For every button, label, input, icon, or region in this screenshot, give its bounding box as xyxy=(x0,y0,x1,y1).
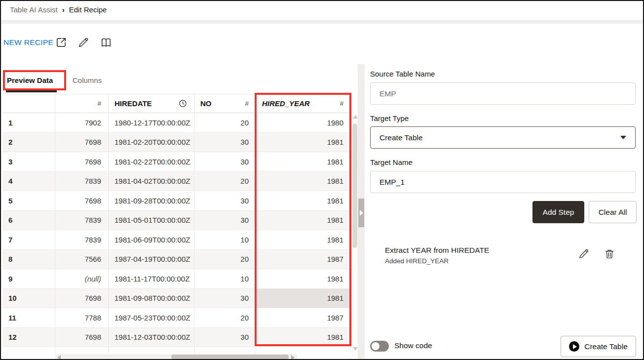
cell-hired-year[interactable]: 1981 xyxy=(256,269,351,288)
cell-hired-year[interactable]: 1981 xyxy=(256,172,351,191)
show-code-toggle[interactable] xyxy=(370,341,389,352)
cell-hired-year[interactable]: 1981 xyxy=(256,328,351,347)
grid-header-row: # HIREDATE NO # HIRED_YEAR # xyxy=(2,94,351,113)
target-name-field[interactable]: EMP_1 xyxy=(370,171,636,193)
cell-mgr[interactable]: 7566 xyxy=(55,250,109,269)
row-number-cell[interactable]: 4 xyxy=(2,172,55,191)
cell-hired-year[interactable]: 1981 xyxy=(256,211,351,230)
source-table-name-field[interactable]: EMP xyxy=(370,82,636,105)
row-number-cell[interactable]: 12 xyxy=(2,328,55,347)
book-icon[interactable] xyxy=(100,37,112,48)
cell-no[interactable]: 30 xyxy=(194,328,256,347)
cell-hiredate[interactable]: 1981-02-20T00:00:00Z xyxy=(109,133,194,152)
cell-hiredate[interactable]: 1981-09-28T00:00:00Z xyxy=(109,191,194,210)
cell-no[interactable]: 20 xyxy=(194,250,256,269)
cell-mgr[interactable]: 7788 xyxy=(55,308,109,327)
column-header-mgr[interactable]: # xyxy=(55,94,109,113)
scroll-left-arrow-icon[interactable] xyxy=(57,355,61,360)
cell-no[interactable]: 10 xyxy=(194,269,256,288)
cell-hiredate[interactable]: 1981-12-03T00:00:00Z xyxy=(109,328,194,347)
cell-hired-year[interactable]: 1981 xyxy=(256,230,351,249)
vertical-scrollbar-thumb[interactable] xyxy=(352,123,357,248)
column-header-no[interactable]: NO # xyxy=(194,94,256,113)
cell-mgr[interactable]: 7698 xyxy=(55,152,109,171)
row-number-cell[interactable]: 2 xyxy=(2,133,55,152)
panel-collapse-handle[interactable] xyxy=(358,199,364,227)
table-row: 1076981981-09-08T00:00:00Z301981 xyxy=(2,289,351,309)
cell-hired-year[interactable]: 1987 xyxy=(256,308,351,327)
create-table-button[interactable]: Create Table xyxy=(561,336,636,357)
cell-hired-year[interactable]: 1987 xyxy=(256,250,351,269)
cell-no[interactable]: 20 xyxy=(194,172,256,191)
cell-hired-year[interactable]: 1981 xyxy=(256,191,351,210)
cell-hired-year[interactable] xyxy=(256,347,351,354)
target-name-label: Target Name xyxy=(370,158,413,166)
cell-mgr[interactable]: 7698 xyxy=(55,289,109,308)
cell-hiredate[interactable] xyxy=(109,347,194,354)
cell-hired-year[interactable]: 1981 xyxy=(256,133,351,152)
cell-hiredate[interactable]: 1981-02-22T00:00:00Z xyxy=(109,152,194,171)
cell-no[interactable]: 30 xyxy=(194,211,256,230)
recipe-name-title: NEW RECIPE xyxy=(3,38,53,47)
column-header-hiredate[interactable]: HIREDATE xyxy=(109,94,194,113)
cell-hiredate[interactable]: 1981-11-17T00:00:00Z xyxy=(109,269,194,288)
clear-all-button[interactable]: Clear All xyxy=(589,201,637,223)
row-number-cell[interactable]: 8 xyxy=(2,250,55,269)
cell-no[interactable]: 30 xyxy=(194,289,256,308)
delete-step-trash-icon[interactable] xyxy=(604,248,615,260)
cell-no[interactable]: 20 xyxy=(194,113,256,132)
cell-mgr[interactable] xyxy=(55,347,109,354)
cell-hiredate[interactable]: 1987-05-23T00:00:00Z xyxy=(109,308,194,327)
cell-no[interactable]: 10 xyxy=(194,230,256,249)
row-number-cell[interactable]: 6 xyxy=(2,211,55,230)
row-number-cell[interactable]: 1 xyxy=(2,113,55,132)
cell-no[interactable]: 30 xyxy=(194,152,256,171)
horizontal-scrollbar-thumb[interactable] xyxy=(171,355,289,359)
cell-hiredate[interactable]: 1981-06-09T00:00:00Z xyxy=(109,230,194,249)
cell-no[interactable]: 30 xyxy=(194,191,256,210)
cell-mgr[interactable]: 7698 xyxy=(55,328,109,347)
clock-icon xyxy=(179,99,187,108)
cell-hired-year[interactable]: 1981 xyxy=(256,289,351,308)
tab-columns[interactable]: Columns xyxy=(73,76,102,84)
scroll-right-arrow-icon[interactable] xyxy=(291,355,295,360)
cell-mgr[interactable]: 7698 xyxy=(55,133,109,152)
table-row: 13 xyxy=(2,347,351,354)
cell-mgr[interactable]: 7902 xyxy=(55,113,109,132)
cell-hiredate[interactable]: 1981-09-08T00:00:00Z xyxy=(109,289,194,308)
cell-mgr[interactable]: 7839 xyxy=(55,211,109,230)
breadcrumb-parent-link[interactable]: Table AI Assist xyxy=(10,5,58,14)
cell-hired-year[interactable]: 1980 xyxy=(256,113,351,132)
row-number-cell[interactable]: 3 xyxy=(2,152,55,171)
tab-preview-data[interactable]: Preview Data xyxy=(7,76,53,84)
row-number-cell[interactable]: 7 xyxy=(2,230,55,249)
cell-hiredate[interactable]: 1987-04-19T00:00:00Z xyxy=(109,250,194,269)
cell-no[interactable]: 20 xyxy=(194,308,256,327)
scroll-up-arrow-icon[interactable] xyxy=(353,115,358,119)
column-header-hired-year[interactable]: HIRED_YEAR # xyxy=(256,94,351,113)
cell-no[interactable]: 30 xyxy=(194,133,256,152)
export-icon[interactable] xyxy=(55,37,67,48)
row-number-cell[interactable]: 10 xyxy=(2,289,55,308)
cell-hiredate[interactable]: 1981-04-02T00:00:00Z xyxy=(109,172,194,191)
target-type-select[interactable]: Create Table xyxy=(370,126,636,149)
cell-hiredate[interactable]: 1980-12-17T00:00:00Z xyxy=(109,113,194,132)
cell-mgr[interactable]: 7839 xyxy=(55,230,109,249)
pencil-icon[interactable] xyxy=(77,37,89,48)
cell-hired-year[interactable]: 1981 xyxy=(256,152,351,171)
cell-mgr[interactable]: 7698 xyxy=(55,191,109,210)
breadcrumb-current: Edit Recipe xyxy=(69,5,107,14)
caret-down-icon xyxy=(620,136,626,139)
grid-body: 179021980-12-17T00:00:00Z201980276981981… xyxy=(2,113,351,354)
row-number-cell[interactable]: 11 xyxy=(2,308,55,327)
scroll-down-arrow-icon[interactable] xyxy=(353,347,358,351)
row-number-cell[interactable]: 9 xyxy=(2,269,55,288)
add-step-button[interactable]: Add Step xyxy=(532,201,584,223)
cell-mgr[interactable]: 7839 xyxy=(55,172,109,191)
cell-mgr[interactable]: (null) xyxy=(55,269,109,288)
edit-step-pencil-icon[interactable] xyxy=(578,248,590,260)
row-number-cell[interactable]: 13 xyxy=(2,347,55,354)
row-number-cell[interactable]: 5 xyxy=(2,191,55,210)
cell-hiredate[interactable]: 1981-05-01T00:00:00Z xyxy=(109,211,194,230)
cell-no[interactable] xyxy=(194,347,256,354)
